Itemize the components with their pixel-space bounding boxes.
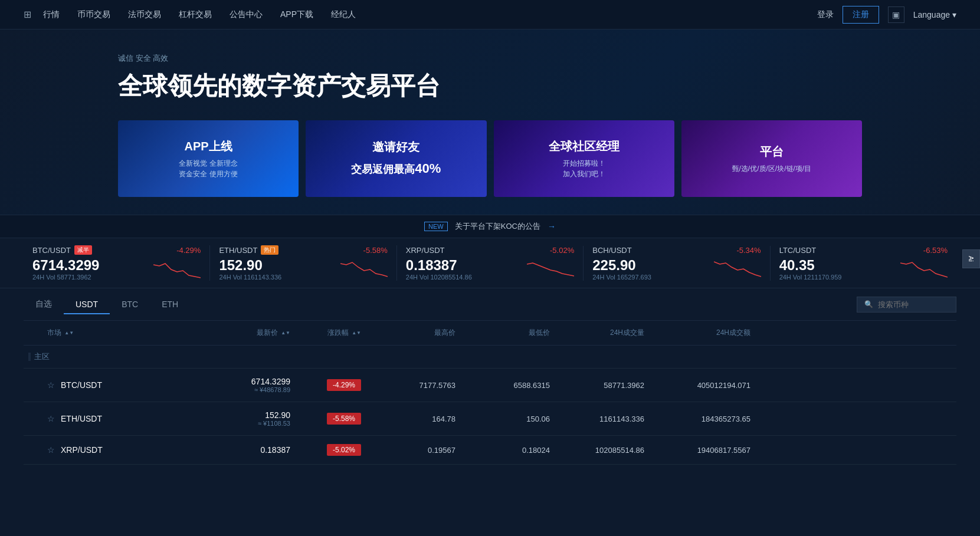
row-xrp-change: -5.02% <box>327 444 361 456</box>
ai-float-button[interactable]: Ai <box>962 249 980 268</box>
header-change: 涨跌幅 ▲▼ <box>295 325 366 340</box>
header-vol: 24H成交量 <box>555 325 649 340</box>
announcement-arrow: → <box>548 222 556 231</box>
ticker-bch[interactable]: BCH/USDT -5.34% 225.90 24H Vol 165297.69… <box>584 246 770 281</box>
ticker-ltc-vol: 24H Vol 1211170.959 <box>779 274 900 281</box>
banner-app-sub1: 全新视觉 全新理念 <box>179 158 237 169</box>
row-eth-pair: ETH/USDT <box>61 414 102 423</box>
nav-crypto[interactable]: 币币交易 <box>77 9 110 20</box>
row-btc-price: 6714.3299 <box>194 377 290 386</box>
ticker-row: BTC/USDT 减半 -4.29% 6714.3299 24H Vol 587… <box>0 238 980 288</box>
banner-platform-sub1: 甄/选/优/质/区/块/链/项/目 <box>732 163 812 174</box>
row-btc-vol: 58771.3962 <box>555 381 649 390</box>
banner-platform[interactable]: 平台 甄/选/优/质/区/块/链/项/目 <box>681 120 862 197</box>
ticker-eth-badge: 热门 <box>261 245 278 255</box>
banner-invite[interactable]: 邀请好友 交易返佣最高40% <box>306 120 486 197</box>
header-high: 最高价 <box>366 325 460 340</box>
row-eth-low: 150.06 <box>460 415 555 423</box>
banner-community-title: 全球社区经理 <box>549 139 620 154</box>
nav-broker[interactable]: 经纪人 <box>331 9 356 20</box>
announcement-text: 关于平台下架KOC的公告 <box>455 221 540 232</box>
ticker-bch-chart <box>714 258 761 279</box>
row-xrp-pair-col: ☆ XRP/USDT <box>24 445 189 455</box>
header-low: 最低价 <box>460 325 555 340</box>
row-xrp-pair: XRP/USDT <box>61 445 103 455</box>
market-section: 自选 USDT BTC ETH 🔍 市场 ▲▼ 最新价 ▲▼ 涨跌幅 ▲▼ 最高… <box>0 288 980 465</box>
section-label-main: 主区 <box>24 346 956 369</box>
row-eth-vol: 1161143.336 <box>555 415 649 423</box>
row-eth-high: 164.78 <box>366 415 460 423</box>
banner-community[interactable]: 全球社区经理 开始招募啦！ 加入我们吧！ <box>494 120 674 197</box>
card-icon: ▣ <box>892 10 900 19</box>
ticker-eth-pair: ETH/USDT <box>219 246 257 255</box>
star-xrp-icon[interactable]: ☆ <box>47 445 55 455</box>
ticker-btc-badge: 减半 <box>74 245 92 255</box>
search-input[interactable] <box>878 300 949 309</box>
language-button[interactable]: Language ▾ <box>913 10 956 19</box>
grid-icon: ⊞ <box>24 9 31 20</box>
ticker-btc[interactable]: BTC/USDT 减半 -4.29% 6714.3299 24H Vol 587… <box>24 245 210 281</box>
register-button[interactable]: 注册 <box>843 6 879 24</box>
table-row-btc[interactable]: ☆ BTC/USDT 6714.3299 ≈ ¥48678.89 -4.29% … <box>24 369 956 402</box>
ticker-ltc-change: -6.53% <box>923 246 948 255</box>
tab-usdt[interactable]: USDT <box>64 295 110 314</box>
hero-section: 诚信 安全 高效 全球领先的数字资产交易平台 APP上线 全新视觉 全新理念 资… <box>0 29 980 215</box>
ticker-eth[interactable]: ETH/USDT 热门 -5.58% 152.90 24H Vol 116114… <box>210 245 396 281</box>
nav-fiat[interactable]: 法币交易 <box>128 9 161 20</box>
search-box[interactable]: 🔍 <box>857 297 956 313</box>
row-eth-pair-col: ☆ ETH/USDT <box>24 414 189 423</box>
row-eth-change-col: -5.58% <box>295 413 366 425</box>
announcement-bar[interactable]: NEW 关于平台下架KOC的公告 → <box>0 215 980 238</box>
row-btc-pair: BTC/USDT <box>61 380 102 390</box>
tab-btc[interactable]: BTC <box>110 295 150 314</box>
login-button[interactable]: 登录 <box>817 9 834 20</box>
section-divider <box>28 353 31 361</box>
banner-community-sub2: 加入我们吧！ <box>549 169 620 179</box>
sort-market-icon[interactable]: ▲▼ <box>64 330 74 336</box>
hero-title: 全球领先的数字资产交易平台 <box>118 70 862 103</box>
table-row-xrp[interactable]: ☆ XRP/USDT 0.18387 -5.02% 0.19567 0.1802… <box>24 436 956 465</box>
ticker-ltc-pair: LTC/USDT <box>779 246 817 255</box>
star-btc-icon[interactable]: ☆ <box>47 380 55 390</box>
row-eth-amount: 184365273.65 <box>649 415 755 423</box>
ticker-xrp-pair: XRP/USDT <box>406 246 445 255</box>
banner-app[interactable]: APP上线 全新视觉 全新理念 资金安全 使用方便 <box>118 120 299 197</box>
hero-subtitle: 诚信 安全 高效 <box>118 53 862 64</box>
nav-download[interactable]: APP下载 <box>280 9 313 20</box>
card-icon-box[interactable]: ▣ <box>888 6 904 23</box>
header-amount: 24H成交额 <box>649 325 755 340</box>
ticker-bch-pair: BCH/USDT <box>592 246 631 255</box>
row-btc-price-cny: ≈ ¥48678.89 <box>194 386 290 393</box>
row-btc-change-col: -4.29% <box>295 379 366 391</box>
tab-favorites[interactable]: 自选 <box>24 294 64 314</box>
row-eth-price-col: 152.90 ≈ ¥1108.53 <box>189 410 295 427</box>
star-eth-icon[interactable]: ☆ <box>47 414 55 423</box>
header-market: 市场 ▲▼ <box>24 325 189 340</box>
table-row-eth[interactable]: ☆ ETH/USDT 152.90 ≈ ¥1108.53 -5.58% 164.… <box>24 402 956 436</box>
nav-leverage[interactable]: 杠杆交易 <box>179 9 212 20</box>
row-btc-high: 7177.5763 <box>366 381 460 390</box>
nav-announcement[interactable]: 公告中心 <box>230 9 263 20</box>
sort-price-icon[interactable]: ▲▼ <box>281 330 290 336</box>
ticker-bch-change: -5.34% <box>736 246 761 255</box>
ticker-xrp-change: -5.02% <box>550 246 574 255</box>
ticker-bch-vol: 24H Vol 165297.693 <box>592 274 713 281</box>
sort-change-icon[interactable]: ▲▼ <box>352 330 361 336</box>
ticker-xrp-vol: 24H Vol 102085514.86 <box>406 274 527 281</box>
tab-eth[interactable]: ETH <box>150 295 190 314</box>
nav-right: 登录 注册 ▣ Language ▾ <box>817 6 956 24</box>
ticker-ltc[interactable]: LTC/USDT -6.53% 40.35 24H Vol 1211170.95… <box>771 246 956 281</box>
new-badge: NEW <box>424 222 448 231</box>
search-icon: 🔍 <box>864 300 873 308</box>
ticker-eth-change: -5.58% <box>363 246 388 255</box>
banner-platform-title: 平台 <box>732 144 812 160</box>
nav-market[interactable]: 行情 <box>43 9 60 20</box>
ticker-eth-chart <box>340 259 388 279</box>
nav-links: 行情 币币交易 法币交易 杠杆交易 公告中心 APP下载 经纪人 <box>43 9 817 20</box>
row-eth-price-cny: ≈ ¥1108.53 <box>194 420 290 427</box>
ticker-xrp[interactable]: XRP/USDT -5.02% 0.18387 24H Vol 10208551… <box>397 246 584 281</box>
banner-community-sub1: 开始招募啦！ <box>549 158 620 169</box>
navbar: ⊞ 行情 币币交易 法币交易 杠杆交易 公告中心 APP下载 经纪人 登录 注册… <box>0 0 980 29</box>
row-btc-pair-col: ☆ BTC/USDT <box>24 380 189 390</box>
ticker-btc-pair: BTC/USDT <box>32 246 71 255</box>
